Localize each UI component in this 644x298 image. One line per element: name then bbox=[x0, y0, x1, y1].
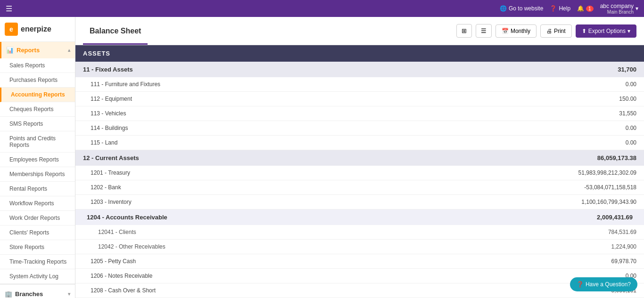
row-label: 115 - Land bbox=[75, 136, 429, 150]
sidebar-item-points-credits-reports[interactable]: Points and Credits Reports bbox=[0, 131, 75, 153]
monthly-button[interactable]: 📅 Monthly bbox=[495, 24, 537, 38]
company-menu[interactable]: abc company Main Branch ▾ bbox=[600, 3, 638, 15]
table-row[interactable]: 12042 - Other Receivables1,224,900 bbox=[75, 240, 644, 254]
table-row[interactable]: 12041 - Clients784,531.69 bbox=[75, 225, 644, 240]
sub-group-amount: 2,009,431.69 bbox=[429, 209, 644, 226]
row-amount: 0.00 bbox=[429, 77, 644, 92]
top-nav-right: 🌐 Go to website ❓ Help 🔔 1 abc company M… bbox=[500, 3, 638, 15]
logo-text: enerpize bbox=[21, 25, 51, 33]
sidebar-item-sms-reports[interactable]: SMS Reports bbox=[0, 117, 75, 131]
sidebar-item-clients-reports[interactable]: Clients' Reports bbox=[0, 226, 75, 240]
top-nav-left: ☰ bbox=[6, 4, 12, 13]
sidebar-section-reports-header[interactable]: 📊 Reports ▴ bbox=[0, 42, 75, 58]
sidebar-item-sales-reports[interactable]: Sales Reports bbox=[0, 58, 75, 73]
sidebar-item-purchases-reports[interactable]: Purchases Reports bbox=[0, 73, 75, 88]
row-label: 1208 - Cash Over & Short bbox=[75, 283, 429, 298]
balance-sheet-table: ASSETS11 - Fixed Assets31,700111 - Furni… bbox=[75, 45, 644, 298]
row-label: 113 - Vehicles bbox=[75, 106, 429, 121]
sidebar-section-reports: 📊 Reports ▴ Sales Reports Purchases Repo… bbox=[0, 42, 75, 284]
row-label: 1201 - Treasury bbox=[75, 166, 429, 180]
table-section-header: ASSETS bbox=[75, 45, 644, 62]
balance-sheet-table-area: ASSETS11 - Fixed Assets31,700111 - Furni… bbox=[75, 45, 644, 298]
chevron-up-icon: ▴ bbox=[68, 48, 70, 53]
content-area: Balance Sheet ⊞ ☰ 📅 Monthly 🖨 Print ⬆ Ex… bbox=[75, 17, 644, 298]
table-row[interactable]: 1208 - Cash Over & Short-5,056,101 bbox=[75, 283, 644, 298]
sidebar-item-branches[interactable]: 🏢 Branches ▾ bbox=[0, 284, 75, 298]
table-row[interactable]: 114 - Buildings0.00 bbox=[75, 121, 644, 136]
table-group-row[interactable]: 12 - Current Assets86,059,173.38 bbox=[75, 150, 644, 166]
notification-icon[interactable]: 🔔 1 bbox=[577, 5, 594, 12]
table-row[interactable]: 1206 - Notes Receivable0.00 bbox=[75, 269, 644, 283]
row-amount: 31,550 bbox=[429, 106, 644, 121]
sidebar-item-system-activity-log[interactable]: System Activity Log bbox=[0, 269, 75, 284]
group-label: 11 - Fixed Assets bbox=[75, 62, 429, 77]
chevron-down-icon: ▾ bbox=[627, 28, 630, 34]
page-header-actions: ⊞ ☰ 📅 Monthly 🖨 Print ⬆ Export Options ▾ bbox=[456, 24, 636, 38]
print-button[interactable]: 🖨 Print bbox=[540, 24, 572, 38]
table-sub-group-row[interactable]: 1204 - Accounts Receivable2,009,431.69 bbox=[75, 209, 644, 226]
main-layout: e enerpize 📊 Reports ▴ Sales Reports Pur… bbox=[0, 17, 644, 298]
page-header: Balance Sheet ⊞ ☰ 📅 Monthly 🖨 Print ⬆ Ex… bbox=[75, 17, 644, 45]
row-amount: 1,100,160,799,343.90 bbox=[429, 195, 644, 209]
row-amount: 0.00 bbox=[429, 136, 644, 150]
branches-icon: 🏢 bbox=[5, 290, 12, 298]
sidebar-item-work-order-reports[interactable]: Work Order Reports bbox=[0, 211, 75, 226]
chevron-down-icon: ▾ bbox=[636, 5, 638, 12]
sidebar-logo: e enerpize bbox=[0, 17, 75, 42]
row-label: 111 - Furniture and Fixtures bbox=[75, 77, 429, 92]
sidebar: e enerpize 📊 Reports ▴ Sales Reports Pur… bbox=[0, 17, 75, 298]
hamburger-icon[interactable]: ☰ bbox=[6, 4, 12, 13]
export-options-button[interactable]: ⬆ Export Options ▾ bbox=[576, 24, 636, 38]
table-group-row[interactable]: 11 - Fixed Assets31,700 bbox=[75, 62, 644, 77]
help-icon: ❓ bbox=[550, 5, 557, 12]
row-amount: 150.00 bbox=[429, 92, 644, 106]
row-amount: 1,224,900 bbox=[429, 240, 644, 254]
sidebar-item-rental-reports[interactable]: Rental Reports bbox=[0, 182, 75, 196]
chevron-down-icon: ▾ bbox=[68, 291, 70, 297]
table-row[interactable]: 112 - Equipment150.00 bbox=[75, 92, 644, 106]
grid-view-button[interactable]: ⊞ bbox=[456, 24, 472, 38]
download-icon: ⬆ bbox=[582, 28, 586, 34]
row-amount: 51,983,998,212,302.09 bbox=[429, 166, 644, 180]
row-label: 1206 - Notes Receivable bbox=[75, 269, 429, 283]
sidebar-item-employees-reports[interactable]: Employees Reports bbox=[0, 153, 75, 167]
row-amount: -53,084,071,158,518 bbox=[429, 180, 644, 195]
row-label: 1203 - Inventory bbox=[75, 195, 429, 209]
row-amount: 69,978.70 bbox=[429, 254, 644, 269]
website-icon: 🌐 bbox=[500, 5, 507, 12]
sidebar-item-time-tracking-reports[interactable]: Time-Tracking Reports bbox=[0, 255, 75, 269]
sidebar-item-workflow-reports[interactable]: Workflow Reports bbox=[0, 196, 75, 211]
sidebar-item-cheques-reports[interactable]: Cheques Reports bbox=[0, 102, 75, 117]
group-amount: 31,700 bbox=[429, 62, 644, 77]
top-navigation: ☰ 🌐 Go to website ❓ Help 🔔 1 abc company… bbox=[0, 0, 644, 17]
page-title: Balance Sheet bbox=[83, 17, 148, 45]
row-label: 1205 - Petty Cash bbox=[75, 254, 429, 269]
logo-icon: e bbox=[5, 23, 18, 36]
row-label: 114 - Buildings bbox=[75, 121, 429, 136]
group-label: 12 - Current Assets bbox=[75, 150, 429, 166]
section-label: ASSETS bbox=[75, 45, 429, 62]
list-view-button[interactable]: ☰ bbox=[476, 24, 492, 38]
group-amount: 86,059,173.38 bbox=[429, 150, 644, 166]
row-label: 12042 - Other Receivables bbox=[75, 240, 429, 254]
row-label: 12041 - Clients bbox=[75, 225, 429, 240]
have-a-question-button[interactable]: ❓ Have a Question? bbox=[570, 277, 637, 291]
sidebar-item-memberships-reports[interactable]: Memberships Reports bbox=[0, 167, 75, 182]
help-link[interactable]: ❓ Help bbox=[550, 5, 570, 12]
table-row[interactable]: 1205 - Petty Cash69,978.70 bbox=[75, 254, 644, 269]
table-row[interactable]: 1203 - Inventory1,100,160,799,343.90 bbox=[75, 195, 644, 209]
table-row[interactable]: 113 - Vehicles31,550 bbox=[75, 106, 644, 121]
go-to-website-link[interactable]: 🌐 Go to website bbox=[500, 5, 543, 12]
reports-sub-items: Sales Reports Purchases Reports Accounti… bbox=[0, 58, 75, 284]
table-row[interactable]: 1202 - Bank-53,084,071,158,518 bbox=[75, 180, 644, 195]
table-row[interactable]: 1201 - Treasury51,983,998,212,302.09 bbox=[75, 166, 644, 180]
row-amount: 784,531.69 bbox=[429, 225, 644, 240]
sidebar-item-store-reports[interactable]: Store Reports bbox=[0, 240, 75, 255]
row-label: 1202 - Bank bbox=[75, 180, 429, 195]
sidebar-item-accounting-reports[interactable]: Accounting Reports bbox=[0, 88, 75, 102]
table-row[interactable]: 115 - Land0.00 bbox=[75, 136, 644, 150]
row-amount: 0.00 bbox=[429, 121, 644, 136]
table-row[interactable]: 111 - Furniture and Fixtures0.00 bbox=[75, 77, 644, 92]
print-icon: 🖨 bbox=[546, 28, 552, 34]
section-amount bbox=[429, 45, 644, 62]
